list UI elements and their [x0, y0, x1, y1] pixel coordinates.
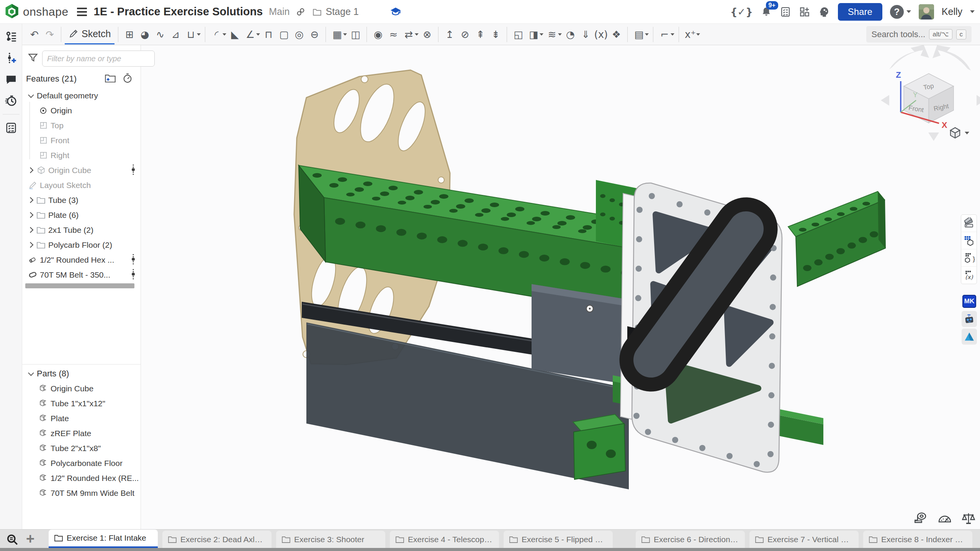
- feature-item-origin-cube[interactable]: Origin Cube: [22, 163, 141, 178]
- part-item-zref-plate[interactable]: zREF Plate: [22, 426, 141, 441]
- link-icon[interactable]: [296, 7, 306, 17]
- toolbar-thicken-icon[interactable]: ⊔: [183, 26, 198, 43]
- feature-item-polycarb-floor-2[interactable]: Polycarb Floor (2): [22, 237, 141, 252]
- feature-item-plate-6[interactable]: Plate (6): [22, 208, 141, 222]
- mk-app-icon[interactable]: MK: [962, 293, 977, 309]
- tab-search-icon[interactable]: [5, 533, 19, 548]
- toolbar-shell-icon[interactable]: ▢: [276, 26, 291, 43]
- viewport[interactable]: Top Front Right Z X Y: [141, 45, 980, 529]
- toolbar-draft-caret-icon[interactable]: [256, 33, 260, 36]
- help-caret-icon[interactable]: [906, 10, 911, 13]
- feature-list-icon[interactable]: [3, 28, 19, 44]
- part-item-plate[interactable]: Plate: [22, 411, 141, 426]
- view-options-button[interactable]: [949, 126, 969, 139]
- toolbar-boss-icon[interactable]: ⌐: [657, 26, 672, 43]
- toolbar-circular-pattern-icon[interactable]: ◔: [563, 26, 578, 43]
- toolbar-chamfer-icon[interactable]: ◣: [227, 26, 242, 43]
- part-item-tube-1-x1-x12[interactable]: Tube 1"x1"x12": [22, 396, 141, 411]
- insert-icon[interactable]: [3, 50, 19, 66]
- triangle-app-icon[interactable]: [962, 329, 977, 345]
- toolbar-linear-pattern-icon[interactable]: ⊖: [307, 26, 322, 43]
- branch-name[interactable]: Main: [269, 6, 290, 17]
- tab-exercise-3-shooter[interactable]: Exercise 3: Shooter: [276, 531, 385, 548]
- toolbar-extrude-icon[interactable]: ⊞: [122, 26, 137, 43]
- toolbar-mirror-caret-icon[interactable]: [540, 33, 543, 36]
- toolbar-variables-icon[interactable]: (x): [593, 26, 609, 43]
- toolbar-custom-feature-caret-icon[interactable]: [696, 33, 700, 36]
- model-green-tube-right[interactable]: [788, 191, 885, 286]
- suppress-handle-icon[interactable]: [131, 164, 135, 177]
- chevron-right-icon[interactable]: [25, 243, 35, 247]
- toolbar-thicken-caret-icon[interactable]: [197, 33, 201, 36]
- toolbar-helix-caret-icon[interactable]: [558, 33, 562, 36]
- tab-exercise-4-telescopin[interactable]: Exercise 4 - Telescopin...: [390, 531, 499, 548]
- toolbar-plane-icon[interactable]: ◱: [510, 26, 526, 43]
- toolbar-transform-caret-icon[interactable]: [415, 33, 419, 36]
- user-menu-caret-icon[interactable]: [970, 10, 975, 13]
- featurescript-icon[interactable]: {✓}: [730, 6, 753, 18]
- filter-funnel-icon[interactable]: [28, 52, 38, 65]
- feature-item-tube-3[interactable]: Tube (3): [22, 193, 141, 208]
- toolbar-intersect-icon[interactable]: ◉: [370, 26, 386, 43]
- toolbar-helix-icon[interactable]: ≋: [544, 26, 560, 43]
- parts-header-row[interactable]: Parts (8): [22, 366, 141, 381]
- toolbar-import-icon[interactable]: ⇓: [578, 26, 593, 43]
- tab-exercise-8-indexer-ce[interactable]: Exercise 8 - Indexer Ce...: [863, 531, 972, 548]
- chevron-right-icon[interactable]: [25, 198, 35, 202]
- view-variables-icon[interactable]: (x): [961, 267, 977, 284]
- rail-checklist-icon[interactable]: [3, 120, 19, 136]
- tab-exercise-7-vertical-rol[interactable]: Exercise 7 - Vertical Rol...: [749, 531, 859, 548]
- protractor-icon[interactable]: [937, 512, 952, 527]
- tape-measure-icon[interactable]: [913, 512, 929, 527]
- new-folder-icon[interactable]: [105, 73, 116, 85]
- add-tab-button[interactable]: +: [26, 530, 34, 547]
- feature-item-2x1-tube-2[interactable]: 2x1 Tube (2): [22, 222, 141, 237]
- user-avatar[interactable]: [919, 4, 934, 20]
- app-store-icon[interactable]: [799, 6, 810, 18]
- toolbar-delete-part-icon[interactable]: ⊗: [419, 26, 435, 43]
- filter-input[interactable]: [42, 51, 155, 67]
- feature-item-default-geometry[interactable]: Default geometry: [22, 88, 141, 103]
- part-item-1-2-rounded-hex-re[interactable]: 1/2" Rounded Hex (RE...: [22, 471, 141, 486]
- workspace-name[interactable]: Stage 1: [326, 6, 358, 17]
- feature-item-right[interactable]: Right: [22, 148, 141, 163]
- document-menu-icon[interactable]: [77, 8, 87, 16]
- toolbar-split-icon[interactable]: ◫: [348, 26, 363, 43]
- toolbar-delete-face-icon[interactable]: ⊘: [457, 26, 473, 43]
- chevron-down-icon[interactable]: [25, 93, 35, 98]
- toolbar-boolean-caret-icon[interactable]: [343, 33, 347, 36]
- part-item-70t-5m-9mm-wide-belt[interactable]: 70T 5M 9mm Wide Belt: [22, 486, 141, 500]
- sketch-button[interactable]: Sketch: [65, 25, 115, 44]
- toolbar-fillet-icon[interactable]: ◜: [209, 26, 224, 43]
- onshape-logo[interactable]: onshape: [5, 3, 69, 20]
- rollback-bar[interactable]: [25, 283, 134, 288]
- share-button[interactable]: Share: [838, 3, 882, 21]
- help-icon[interactable]: ?: [890, 5, 904, 19]
- toolbar-undo-icon[interactable]: ↶: [27, 26, 42, 43]
- toolbar-replace-face-icon[interactable]: ⇟: [488, 26, 503, 43]
- tab-exercise-2-dead-axle-r[interactable]: Exercise 2: Dead Axle R...: [162, 531, 272, 548]
- feature-item-layout-sketch[interactable]: Layout Sketch: [22, 178, 141, 193]
- toolbar-transform-icon[interactable]: ⇄: [401, 26, 416, 43]
- feature-item-70t-5m-belt-350[interactable]: 70T 5M Belt - 350...: [22, 267, 141, 282]
- feature-item-front[interactable]: Front: [22, 133, 141, 148]
- notifications-bell-icon[interactable]: 9+: [761, 6, 772, 18]
- chevron-right-icon[interactable]: [25, 228, 35, 232]
- tab-exercise-5-flipped-ge[interactable]: Exercise 5 - Flipped Ge...: [504, 531, 613, 548]
- toolbar-instances-icon[interactable]: ❖: [609, 26, 624, 43]
- robot-app-icon[interactable]: [962, 311, 977, 327]
- feature-item-origin[interactable]: Origin: [22, 103, 141, 118]
- history-icon[interactable]: [3, 93, 19, 109]
- ai-advisor-icon[interactable]: [818, 6, 830, 18]
- feature-timer-icon[interactable]: [122, 73, 133, 85]
- toolbar-move-face-icon[interactable]: ↥: [442, 26, 457, 43]
- toolbar-loft-icon[interactable]: ⊿: [168, 26, 183, 43]
- search-tools[interactable]: Search tools... alt/⌥ c: [866, 26, 972, 43]
- toolbar-rib-icon[interactable]: ⊓: [261, 26, 276, 43]
- tasks-checklist-icon[interactable]: [780, 6, 791, 18]
- toolbar-offset-surface-icon[interactable]: ⇞: [473, 26, 488, 43]
- chevron-right-icon[interactable]: [25, 213, 35, 217]
- view-macros-icon[interactable]: }: [961, 249, 977, 267]
- user-name[interactable]: Kelly: [942, 6, 962, 17]
- toolbar-boolean-icon[interactable]: ▦: [329, 26, 345, 43]
